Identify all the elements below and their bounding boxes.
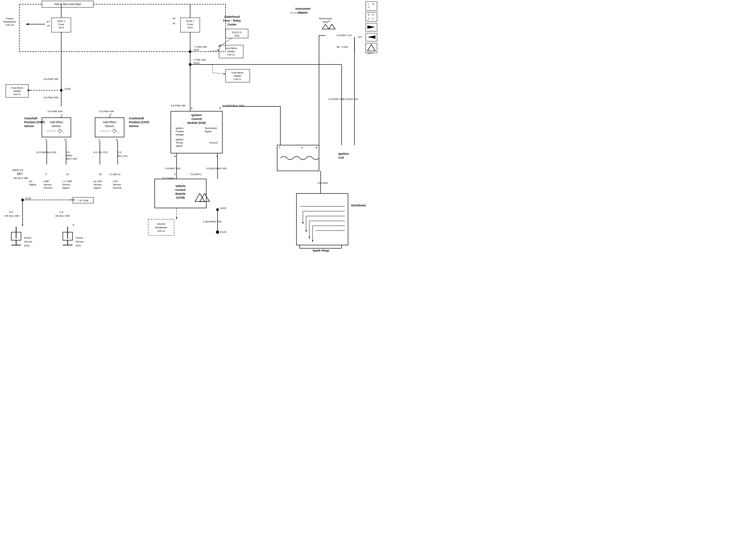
vcm-label: Vehicle [175,184,185,188]
g104-label: G104 [220,230,227,233]
tach-triangle-2 [329,24,335,29]
c-terminal-cmp: C [61,113,63,116]
svg-text:Sensor: Sensor [24,124,34,128]
a-terminal-ckp: A [110,113,111,116]
svg-text:DK BLU 496: DK BLU 496 [5,214,19,217]
svg-line-36 [213,73,226,74]
c3gry-label: C3 (GRY) [190,173,201,176]
a-terminal-coil: A [301,146,303,149]
wht423-label: 0.8 WHT 423 [165,167,181,170]
svg-text:Ground: Ground [44,186,52,189]
hall-effect-2-label: Hall Effect [103,121,116,124]
a-terminal-ks1: A [22,223,24,226]
b-terminal-coil: B [316,146,317,149]
knock-sensor-2-label: Knock [76,236,83,239]
svg-text:(RED) 19: (RED) 19 [12,169,23,171]
ic-control-label: IC Control [163,177,174,179]
svg-text:Sensor: Sensor [52,124,61,128]
b-terminal-cmp: B [64,138,66,141]
s108-label: S108 [64,87,71,90]
svg-text:0.8 PNK 539: 0.8 PNK 539 [44,96,58,99]
svg-text:Cell 11: Cell 11 [13,93,21,96]
ign-timing-label: Ignition [176,138,183,141]
svg-text:Cluster: Cluster [298,11,308,14]
svg-text:Signal: Signal [62,186,69,189]
tach-triangle-1 [322,24,329,29]
obd2-label: OBD II [367,52,373,54]
a-terminal-icm: A [191,107,193,110]
4xckp-label: 4x CKP [93,180,102,183]
s103-dot [216,208,219,211]
svg-text:Position (CKP): Position (CKP) [129,121,149,124]
svg-text:Center: Center [228,23,237,26]
ks-signal-label: KS [29,180,33,183]
7l-only-label: 7.4L Only [77,199,88,202]
c-terminal-ckp: C [98,138,100,141]
blkwht451-label: 0.8 BLK/WHT 451 [206,167,227,170]
svg-text:C: C [372,17,374,20]
ecm1-fuse-label: ECM 1 [186,20,194,23]
svg-text:Positive: Positive [176,130,184,133]
svg-text:Cell 11: Cell 11 [234,78,241,81]
ground-icm-label: Ground [209,141,218,144]
underhood-label: Underhood [224,15,240,18]
svg-text:WHT 633: WHT 633 [66,157,77,160]
svg-text:20 A: 20 A [59,26,64,29]
s145-label: S145 [25,197,31,200]
brnwht633-label: 0.5 [66,151,70,154]
spark-plugs-label: Spark Plugs [313,249,329,252]
svg-text:Signal: Signal [93,186,101,189]
s161-label: S161 [193,48,199,51]
svg-text:Fuse – Relay: Fuse – Relay [223,19,241,22]
svg-text:0.8 PNK 439: 0.8 PNK 439 [171,104,186,107]
ppl574-label: 0.5 [118,151,121,154]
svg-text:Coil: Coil [338,156,344,159]
pin28-label: 28 [99,173,102,176]
fuse-block-left-label: Fuse Block [11,86,23,89]
ckp-sensor-label: Crankshaft [129,117,144,120]
ground-dist-label: Ground [157,222,165,225]
hot-in-run-label: Hot In Run And Start [54,3,81,6]
svg-text:20 A: 20 A [188,26,193,29]
svg-text:E: E [372,14,374,16]
svg-text:Fuse: Fuse [58,23,64,26]
cmp-sensor-ground-label: CMP [44,180,49,183]
svg-text:Sensor: Sensor [93,183,102,186]
vcm-triangle-2 [200,193,209,201]
power-dist-label: Power [6,17,14,20]
svg-text:DK BLU 496: DK BLU 496 [14,177,28,179]
cmp-sensor-label: Camshaft [24,117,37,120]
coil-symbol [280,156,319,160]
svg-text:0.8 PNK 439: 0.8 PNK 439 [99,110,114,113]
svg-text:Only: Only [234,34,239,37]
svg-text:S: S [368,17,370,20]
svg-text:DK BLU 496: DK BLU 496 [55,214,70,217]
1xcmp-label: 1 x CMP [62,180,72,183]
svg-text:Cell 10: Cell 10 [6,24,14,26]
svg-text:Sensor: Sensor [24,240,33,243]
instrument-cluster-label: Instrument [296,7,311,10]
svg-text:C100: C100 [342,45,348,48]
ign-pos-voltage-label: Ignition [176,127,183,130]
b2c100-label: B2 [337,45,340,48]
a-terminal-ks2: A [73,223,74,226]
diagram-svg: Hot In Run And Start Power Distribution … [0,0,378,272]
svg-text:Input: Input [323,20,329,23]
arrow-left-icon [367,35,375,39]
svg-text:Details: Details [234,74,241,77]
pin31-label: 31 [66,173,69,176]
svg-text:Sensor: Sensor [105,124,114,128]
svg-text:Details: Details [228,50,235,53]
svg-text:Sensor: Sensor [113,183,121,186]
dkblu496-1-label: 0.8 [9,210,13,213]
s103-label: S103 [220,207,226,209]
arrow-right-icon [367,25,375,29]
wiring-diagram: Hot In Run And Start Power Distribution … [0,0,378,272]
svg-text:Timing: Timing [176,141,183,144]
pnk439-right-label: 0.8 PNK 439 [329,98,344,101]
svg-point-70 [58,129,61,132]
svg-text:Ground: Ground [113,186,121,189]
j8-label: J8 [172,22,175,25]
ckp-ground-label: CKP [113,180,118,183]
s108-dot [60,89,63,92]
